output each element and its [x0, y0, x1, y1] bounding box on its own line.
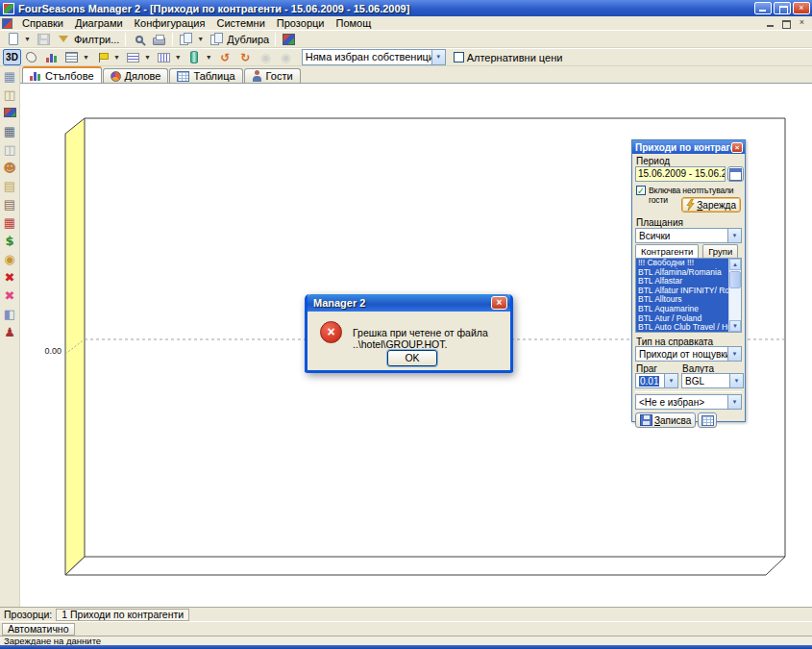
- list-item[interactable]: BTL Alltours: [636, 295, 728, 305]
- owner-combobox[interactable]: Няма избран собственици▼: [302, 49, 446, 65]
- load-button[interactable]: Зарежда: [681, 197, 741, 212]
- report-type-combobox[interactable]: Приходи от нощувки▼: [635, 346, 742, 362]
- legend-button[interactable]: ▼: [62, 49, 92, 65]
- list-item[interactable]: BTL Aquamarine: [636, 305, 728, 314]
- filter-button[interactable]: Филтри...: [54, 31, 122, 47]
- template-combobox[interactable]: <Не е избран>▼: [635, 394, 742, 410]
- list-item[interactable]: BTL Auto Club Travel / Hunga: [636, 323, 728, 333]
- chevron-down-icon[interactable]: ▼: [24, 36, 31, 42]
- vgrid-button[interactable]: ▼: [154, 49, 185, 65]
- calendar-button[interactable]: [727, 166, 744, 182]
- period-input[interactable]: 15.06.2009 - 15.06.2009: [635, 166, 726, 182]
- automatic-button[interactable]: Автоматично: [2, 623, 75, 636]
- combo-arrow-icon[interactable]: ▼: [727, 229, 741, 242]
- list-item[interactable]: BTL Atur / Poland: [636, 314, 728, 324]
- restore-button[interactable]: [774, 2, 791, 14]
- print-button[interactable]: [149, 31, 169, 47]
- chevron-down-icon[interactable]: ▼: [83, 54, 89, 61]
- mdi-minimize-button[interactable]: [764, 18, 778, 29]
- cancel-tag-icon[interactable]: ✖: [2, 287, 18, 303]
- marks-button[interactable]: ▼: [92, 49, 123, 65]
- rotate-left-button[interactable]: [215, 49, 235, 65]
- payments-combobox[interactable]: Всички▼: [635, 228, 742, 243]
- tab-columns[interactable]: Стълбове: [22, 66, 102, 83]
- dialog-message: Грешка при четене от файла ..\hotel\GROU…: [353, 327, 504, 350]
- include-guests-checkbox[interactable]: ✓: [636, 186, 646, 195]
- save-report-button[interactable]: Записва: [635, 412, 696, 428]
- tab-shares[interactable]: Дялове: [103, 68, 169, 83]
- menu-item-configuration[interactable]: Конфигурация: [129, 16, 211, 30]
- scrollbar-up-icon[interactable]: ▲: [729, 259, 741, 270]
- series-shape-button[interactable]: [21, 49, 41, 65]
- mdi-child-icon[interactable]: [2, 18, 12, 29]
- menu-item-diagrams[interactable]: Диаграми: [69, 16, 129, 30]
- menu-item-reports[interactable]: Справки: [16, 16, 69, 30]
- package-icon[interactable]: ◧: [2, 306, 18, 321]
- minimize-button[interactable]: [754, 2, 772, 14]
- copy-pages-icon[interactable]: ◫: [2, 141, 18, 157]
- tab-table[interactable]: Таблица: [169, 68, 242, 83]
- close-button[interactable]: ×: [793, 2, 810, 14]
- chevron-down-icon[interactable]: ▼: [175, 54, 182, 61]
- threshold-combobox[interactable]: 0.01▼: [635, 373, 678, 388]
- list-item[interactable]: !!! Свободни !!!: [636, 259, 728, 268]
- scrollbar-down-icon[interactable]: ▼: [729, 320, 741, 332]
- contractors-listbox[interactable]: !!! Свободни !!! BTL Alfamina/Romania BT…: [635, 258, 742, 333]
- hgrid-button[interactable]: ▼: [123, 49, 154, 65]
- export-page-icon[interactable]: ◫: [2, 87, 18, 102]
- alt-prices-checkbox[interactable]: [454, 52, 464, 62]
- combo-arrow-icon[interactable]: ▼: [727, 395, 741, 409]
- combo-arrow-icon[interactable]: ▼: [431, 50, 445, 64]
- person-stats-icon[interactable]: ♟: [2, 324, 18, 339]
- print-preview-button[interactable]: [129, 31, 149, 47]
- folder-icon[interactable]: ▤: [2, 178, 18, 193]
- list-scrollbar[interactable]: ▲ ▼: [728, 259, 741, 332]
- coins-icon[interactable]: ◉: [2, 251, 18, 266]
- new-report-button[interactable]: ▼: [3, 31, 34, 47]
- depth-increase-button[interactable]: [276, 49, 296, 65]
- tab-guests[interactable]: Гости: [244, 68, 301, 83]
- red-table-icon[interactable]: ▦: [2, 214, 18, 230]
- ok-button[interactable]: OK: [387, 350, 437, 366]
- calculator-icon[interactable]: ▦: [2, 123, 18, 138]
- list-item[interactable]: BTL Alfastar: [636, 277, 728, 287]
- menu-item-help[interactable]: Помощ: [330, 16, 377, 30]
- chevron-down-icon[interactable]: ▼: [206, 54, 212, 61]
- ledger-icon[interactable]: ▤: [2, 196, 18, 212]
- depth-decrease-button[interactable]: [256, 49, 276, 65]
- copy-button[interactable]: ▼: [176, 31, 207, 47]
- guests-icon[interactable]: ☻: [2, 160, 18, 175]
- chevron-down-icon[interactable]: ▼: [197, 36, 204, 42]
- save-button[interactable]: [34, 31, 54, 47]
- chevron-down-icon[interactable]: ▼: [144, 54, 151, 61]
- combo-arrow-icon[interactable]: ▼: [664, 374, 677, 387]
- duplicate-button[interactable]: Дублира: [207, 31, 272, 47]
- menu-item-windows[interactable]: Прозорци: [271, 16, 331, 30]
- rotate-right-button[interactable]: [235, 49, 256, 65]
- grid-view-button[interactable]: [698, 412, 717, 428]
- window-1-button[interactable]: 1 Приходи по контрагенти: [56, 609, 189, 621]
- windows-icon[interactable]: ▦: [2, 68, 18, 84]
- tab-contractors[interactable]: Контрагенти: [635, 244, 699, 258]
- mdi-restore-button[interactable]: [779, 18, 794, 29]
- panel-close-icon[interactable]: ×: [731, 142, 743, 153]
- cancel-circle-icon[interactable]: ✖: [2, 269, 18, 285]
- list-item[interactable]: BTL Alfamina/Romania: [636, 268, 728, 278]
- mdi-close-button[interactable]: ×: [795, 18, 809, 29]
- list-item[interactable]: BTL Alfatur INFINITY/ Romani: [636, 287, 728, 296]
- scrollbar-thumb[interactable]: [729, 271, 741, 288]
- combo-arrow-icon[interactable]: ▼: [729, 374, 743, 387]
- dialog-close-icon[interactable]: ×: [491, 296, 507, 310]
- dollar-icon[interactable]: $: [2, 233, 18, 248]
- chevron-down-icon[interactable]: ▼: [113, 54, 120, 61]
- chart-type-button[interactable]: [41, 49, 62, 65]
- combo-arrow-icon[interactable]: ▼: [727, 347, 741, 361]
- guest-icon: [252, 70, 262, 82]
- view-3d-button[interactable]: 3D: [3, 49, 21, 65]
- color-chart-icon[interactable]: [2, 105, 18, 120]
- currency-combobox[interactable]: BGL▼: [681, 373, 744, 388]
- chart-button[interactable]: [279, 31, 299, 47]
- depth-button[interactable]: ▼: [185, 49, 215, 65]
- tab-groups[interactable]: Групи: [702, 244, 738, 258]
- menu-item-system[interactable]: Системни: [210, 16, 270, 30]
